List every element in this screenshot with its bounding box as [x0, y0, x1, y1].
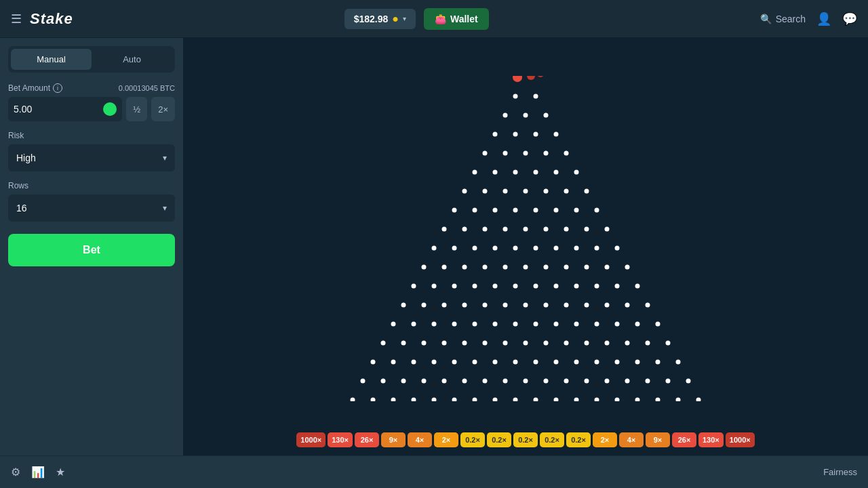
game-footer: Fairness: [183, 455, 868, 488]
risk-group: Risk High ▾: [8, 131, 175, 171]
header: ☰ Stake $182.98 ● ▾ 👛 Wallet 🔍 Search 👤 …: [0, 0, 868, 38]
logo: Stake: [30, 10, 73, 28]
bucket: 4×: [619, 432, 644, 447]
bet-input-wrap: [8, 97, 122, 121]
bucket: 1000×: [726, 432, 755, 447]
bet-amount-btc: 0.00013045 BTC: [119, 84, 175, 92]
wallet-label: Wallet: [450, 14, 478, 24]
header-center: $182.98 ● ▾ 👛 Wallet: [84, 8, 749, 30]
bucket: 130×: [698, 432, 724, 447]
bet-amount-group: Bet Amount i 0.00013045 BTC ½ 2×: [8, 83, 175, 121]
rows-chevron-icon: ▾: [163, 203, 167, 213]
bucket: 4×: [408, 432, 432, 447]
risk-chevron-icon: ▾: [163, 153, 167, 163]
bet-amount-label: Bet Amount i 0.00013045 BTC: [8, 83, 175, 93]
bucket: 0.2×: [460, 432, 485, 447]
rows-select[interactable]: 16 ▾: [8, 195, 175, 222]
risk-select[interactable]: High ▾: [8, 144, 175, 171]
coin-icon: ●: [392, 13, 399, 25]
wallet-button[interactable]: 👛 Wallet: [424, 8, 489, 30]
bucket: 0.2×: [566, 432, 591, 447]
info-icon[interactable]: i: [53, 83, 62, 93]
tabs: Manual Auto: [8, 46, 175, 73]
left-panel-footer: ⚙ 📊 ★: [0, 455, 183, 488]
risk-label: Risk: [8, 131, 175, 140]
stats-icon[interactable]: 📊: [31, 466, 45, 479]
header-left: ☰ Stake: [11, 10, 73, 28]
left-panel: Manual Auto Bet Amount i 0.00013045 BTC …: [0, 38, 183, 488]
bucket: 0.2×: [540, 432, 564, 447]
bucket: 26×: [672, 432, 696, 447]
hamburger-icon[interactable]: ☰: [11, 12, 22, 26]
bet-input[interactable]: [14, 104, 103, 115]
double-button[interactable]: 2×: [151, 97, 175, 121]
plinko-canvas: [322, 76, 729, 401]
game-area: 1000×130×26×9×4×2×0.2×0.2×0.2×0.2×0.2×2×…: [183, 38, 868, 488]
search-icon: 🔍: [760, 14, 772, 24]
chevron-down-icon: ▾: [403, 15, 406, 22]
bucket: 0.2×: [487, 432, 511, 447]
rows-group: Rows 16 ▾: [8, 181, 175, 222]
bet-button[interactable]: Bet: [8, 234, 175, 266]
bucket: 1000×: [296, 432, 326, 447]
fairness-button[interactable]: Fairness: [823, 467, 857, 477]
rows-label: Rows: [8, 181, 175, 190]
bucket: 9×: [646, 432, 670, 447]
bet-coin-icon[interactable]: [103, 102, 117, 116]
search-button[interactable]: 🔍 Search: [760, 14, 806, 24]
bucket: 9×: [381, 432, 406, 447]
balance-amount: $182.98: [354, 14, 389, 24]
bucket: 2×: [593, 432, 617, 447]
half-button[interactable]: ½: [126, 97, 147, 121]
risk-value: High: [16, 152, 36, 163]
bucket: 26×: [355, 432, 379, 447]
buckets-row: 1000×130×26×9×4×2×0.2×0.2×0.2×0.2×0.2×2×…: [183, 426, 868, 455]
bucket: 0.2×: [513, 432, 538, 447]
search-label: Search: [776, 14, 806, 24]
bucket: 130×: [328, 432, 353, 447]
user-icon[interactable]: 👤: [816, 12, 831, 26]
chat-icon[interactable]: 💬: [842, 12, 857, 26]
star-icon[interactable]: ★: [56, 466, 65, 479]
bottom-icons: ⚙ 📊 ★: [11, 466, 65, 479]
wallet-icon: 👛: [435, 14, 446, 24]
header-right: 🔍 Search 👤 💬: [760, 12, 857, 26]
plinko-board: [183, 38, 868, 426]
rows-value: 16: [16, 203, 27, 214]
main: Manual Auto Bet Amount i 0.00013045 BTC …: [0, 38, 868, 488]
tab-manual[interactable]: Manual: [11, 49, 92, 70]
balance-button[interactable]: $182.98 ● ▾: [344, 9, 416, 29]
bet-input-row: ½ 2×: [8, 97, 175, 121]
bucket: 2×: [434, 432, 458, 447]
settings-icon[interactable]: ⚙: [11, 466, 20, 479]
tab-auto[interactable]: Auto: [92, 49, 172, 70]
left-panel-content: Manual Auto Bet Amount i 0.00013045 BTC …: [0, 38, 183, 455]
